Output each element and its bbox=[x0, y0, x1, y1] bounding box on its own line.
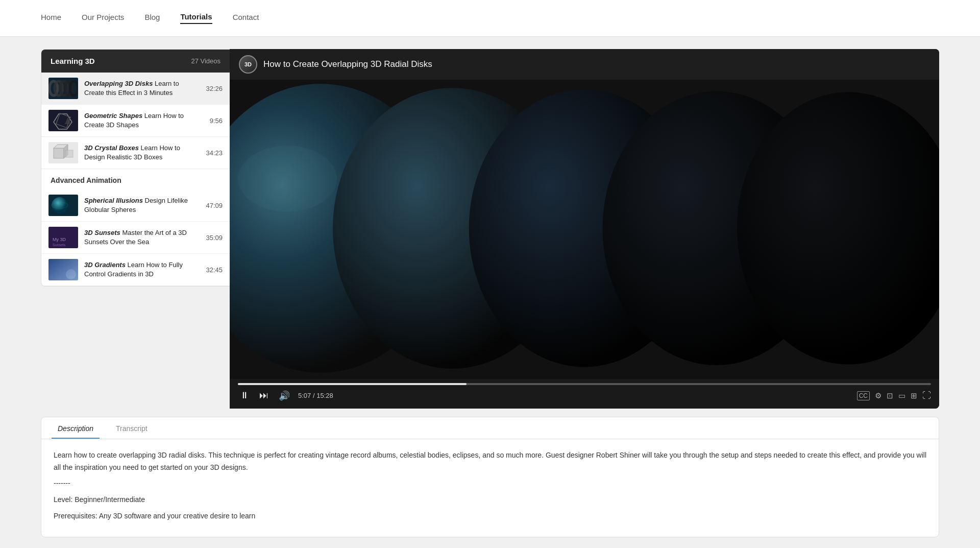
progress-bar-bg bbox=[238, 383, 931, 385]
playlist-duration-geometric-shapes: 9:56 bbox=[210, 117, 223, 125]
playlist-item-overlapping-disks[interactable]: Overlapping 3D Disks Learn to Create thi… bbox=[41, 73, 230, 105]
playlist-duration-spherical-illusions: 47:09 bbox=[206, 202, 223, 209]
time-display: 5:07 / 15:28 bbox=[298, 392, 851, 399]
nav-our-projects[interactable]: Our Projects bbox=[82, 13, 124, 23]
play-pause-button[interactable]: ⏸ bbox=[238, 388, 251, 403]
theater-button[interactable]: ▭ bbox=[898, 391, 905, 400]
sidebar-title: Learning 3D bbox=[51, 57, 95, 65]
settings-button[interactable]: ⚙ bbox=[875, 391, 881, 400]
video-container: 3D How to Create Overlapping 3D Radial D… bbox=[230, 49, 939, 409]
description-divider: ------- bbox=[54, 478, 926, 490]
next-button[interactable]: ⏭ bbox=[257, 388, 271, 403]
top-row: Learning 3D 27 Videos bbox=[41, 49, 939, 409]
miniplayer-button[interactable]: ⊡ bbox=[887, 391, 893, 400]
thumb-3d-sunsets: My 3D Sunsets bbox=[48, 227, 78, 248]
playlist-duration-3d-sunsets: 35:09 bbox=[206, 234, 223, 242]
svg-point-15 bbox=[52, 197, 68, 213]
controls-row: ⏸ ⏭ 🔊 5:07 / 15:28 CC ⚙ ⊡ ▭ ⊞ ⛶ bbox=[238, 388, 931, 403]
video-visual bbox=[230, 80, 939, 377]
nav-tutorials[interactable]: Tutorials bbox=[180, 12, 212, 24]
cc-button[interactable]: CC bbox=[857, 391, 870, 400]
tabs-row: Description Transcript bbox=[41, 417, 939, 439]
tab-description[interactable]: Description bbox=[52, 417, 100, 439]
playlist-title-3d-sunsets: 3D Sunsets Master the Art of a 3D Sunset… bbox=[84, 228, 200, 247]
description-text: Learn how to create overlapping 3D radia… bbox=[54, 449, 926, 474]
playlist-title-spherical-illusions: Spherical Illusions Design Lifelike Glob… bbox=[84, 196, 200, 215]
video-title: How to Create Overlapping 3D Radial Disk… bbox=[263, 59, 432, 69]
volume-button[interactable]: 🔊 bbox=[277, 388, 292, 403]
playlist-duration-crystal-boxes: 34:23 bbox=[206, 149, 223, 157]
svg-point-29 bbox=[238, 146, 337, 211]
tab-transcript[interactable]: Transcript bbox=[110, 417, 154, 439]
svg-rect-13 bbox=[66, 150, 73, 157]
thumb-3d-gradients bbox=[48, 259, 78, 280]
svg-text:Sunsets: Sunsets bbox=[53, 243, 66, 247]
sidebar: Learning 3D 27 Videos bbox=[41, 49, 230, 287]
playlist-info-3d-sunsets: 3D Sunsets Master the Art of a 3D Sunset… bbox=[84, 228, 200, 247]
thumb-spherical-illusions bbox=[48, 195, 78, 216]
video-frame[interactable] bbox=[230, 80, 939, 379]
progress-bar-fill bbox=[238, 383, 467, 385]
video-controls: ⏸ ⏭ 🔊 5:07 / 15:28 CC ⚙ ⊡ ▭ ⊞ ⛶ bbox=[230, 379, 939, 409]
playlist-title-overlapping-disks: Overlapping 3D Disks Learn to Create thi… bbox=[84, 79, 200, 98]
nav-home[interactable]: Home bbox=[41, 13, 61, 23]
progress-bar[interactable] bbox=[238, 379, 931, 388]
description-section: Description Transcript Learn how to crea… bbox=[41, 417, 939, 537]
nav-contact[interactable]: Contact bbox=[233, 13, 259, 23]
svg-point-21 bbox=[66, 269, 76, 279]
playlist-info-3d-gradients: 3D Gradients Learn How to Fully Control … bbox=[84, 260, 200, 279]
svg-text:My 3D: My 3D bbox=[53, 237, 66, 242]
svg-rect-6 bbox=[48, 110, 78, 131]
playlist-info-overlapping-disks: Overlapping 3D Disks Learn to Create thi… bbox=[84, 79, 200, 98]
playlist-duration-3d-gradients: 32:45 bbox=[206, 266, 223, 274]
playlist-item-spherical-illusions[interactable]: Spherical Illusions Design Lifelike Glob… bbox=[41, 189, 230, 222]
cast-button[interactable]: ⊞ bbox=[911, 391, 917, 400]
thumb-crystal-boxes bbox=[48, 142, 78, 163]
playlist-info-spherical-illusions: Spherical Illusions Design Lifelike Glob… bbox=[84, 196, 200, 215]
fullscreen-button[interactable]: ⛶ bbox=[922, 391, 931, 401]
main-content: Learning 3D 27 Videos bbox=[0, 37, 980, 548]
playlist-title-3d-gradients: 3D Gradients Learn How to Fully Control … bbox=[84, 260, 200, 279]
playlist-item-3d-gradients[interactable]: 3D Gradients Learn How to Fully Control … bbox=[41, 254, 230, 286]
section-label-advanced: Advanced Animation bbox=[41, 169, 230, 189]
description-prerequisites: Prerequisites: Any 3D software and your … bbox=[54, 510, 926, 522]
main-nav: Home Our Projects Blog Tutorials Contact bbox=[0, 0, 980, 37]
playlist-duration-overlapping-disks: 32:26 bbox=[206, 85, 223, 92]
playlist-title-geometric-shapes: Geometric Shapes Learn How to Create 3D … bbox=[84, 111, 204, 130]
sidebar-video-count: 27 Videos bbox=[191, 57, 220, 65]
playlist-item-crystal-boxes[interactable]: 3D Crystal Boxes Learn How to Design Rea… bbox=[41, 137, 230, 169]
playlist-info-geometric-shapes: Geometric Shapes Learn How to Create 3D … bbox=[84, 111, 204, 130]
description-body: Learn how to create overlapping 3D radia… bbox=[41, 439, 939, 537]
svg-rect-10 bbox=[54, 148, 64, 158]
playlist-info-crystal-boxes: 3D Crystal Boxes Learn How to Design Rea… bbox=[84, 144, 200, 162]
playlist-title-crystal-boxes: 3D Crystal Boxes Learn How to Design Rea… bbox=[84, 144, 200, 162]
controls-right: CC ⚙ ⊡ ▭ ⊞ ⛶ bbox=[857, 391, 931, 401]
video-title-bar: 3D How to Create Overlapping 3D Radial D… bbox=[230, 49, 939, 80]
sidebar-header: Learning 3D 27 Videos bbox=[41, 50, 230, 73]
thumb-geometric-shapes bbox=[48, 110, 78, 131]
description-level: Level: Beginner/Intermediate bbox=[54, 494, 926, 506]
playlist-item-3d-sunsets[interactable]: My 3D Sunsets 3D Sunsets Master the Art … bbox=[41, 222, 230, 254]
thumb-overlapping-disks bbox=[48, 78, 78, 99]
playlist-item-geometric-shapes[interactable]: Geometric Shapes Learn How to Create 3D … bbox=[41, 105, 230, 137]
nav-blog[interactable]: Blog bbox=[144, 13, 160, 23]
channel-icon: 3D bbox=[239, 55, 257, 74]
